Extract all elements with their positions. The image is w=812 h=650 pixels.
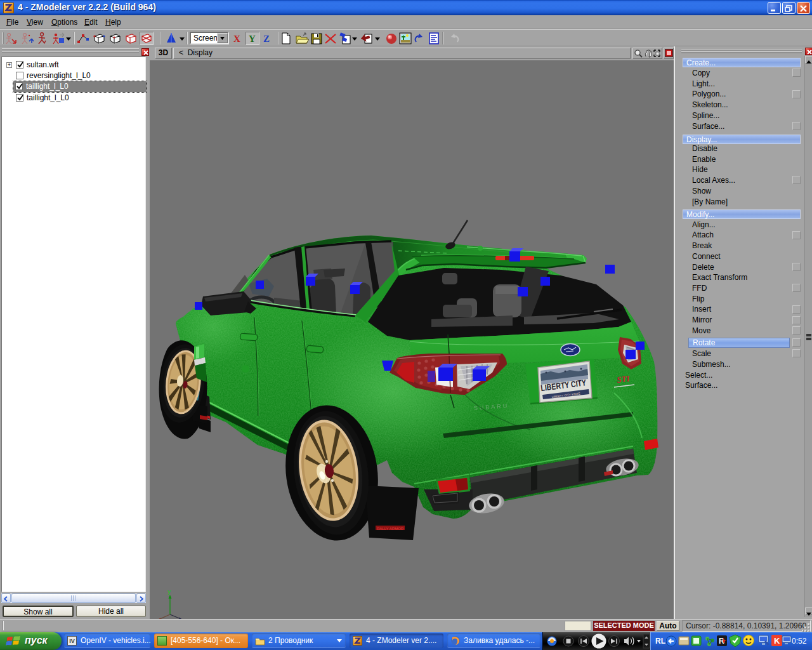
svg-text:RALLY ARMOR: RALLY ARMOR: [377, 527, 404, 531]
svg-text:K: K: [774, 636, 780, 646]
svg-text:Y: Y: [249, 34, 256, 44]
svg-text:Z: Z: [263, 34, 270, 44]
svg-text:STI: STI: [616, 373, 631, 385]
svg-text:X: X: [233, 34, 240, 44]
svg-text:y: y: [167, 589, 171, 595]
